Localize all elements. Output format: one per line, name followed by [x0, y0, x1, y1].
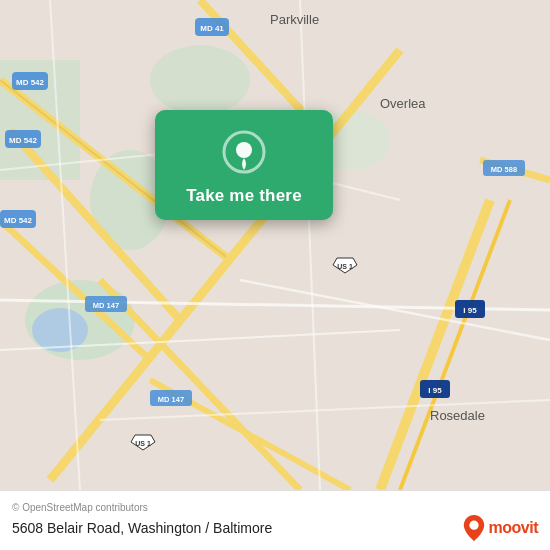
moovit-logo: moovit — [463, 515, 538, 541]
map-attribution: © OpenStreetMap contributors — [12, 502, 538, 513]
svg-point-57 — [469, 521, 478, 530]
map-container: MD 542 MD 542 MD 542 MD 41 US 1 US 1 US … — [0, 0, 550, 490]
svg-point-56 — [236, 142, 252, 158]
bottom-bar: © OpenStreetMap contributors 5608 Belair… — [0, 490, 550, 550]
svg-text:I 95: I 95 — [428, 386, 442, 395]
svg-text:US 1: US 1 — [337, 263, 353, 270]
moovit-pin-icon — [463, 515, 485, 541]
svg-text:MD 542: MD 542 — [16, 78, 45, 87]
svg-text:MD 588: MD 588 — [491, 165, 517, 174]
svg-text:MD 41: MD 41 — [200, 24, 224, 33]
svg-text:MD 542: MD 542 — [9, 136, 38, 145]
location-pin-icon — [220, 128, 268, 176]
svg-text:Parkville: Parkville — [270, 12, 319, 27]
popup-card[interactable]: Take me there — [155, 110, 333, 220]
svg-text:Rosedale: Rosedale — [430, 408, 485, 423]
svg-text:US 1: US 1 — [135, 440, 151, 447]
svg-point-4 — [150, 45, 250, 115]
svg-text:MD 147: MD 147 — [93, 301, 119, 310]
address-row: 5608 Belair Road, Washington / Baltimore… — [12, 515, 538, 541]
svg-text:I 95: I 95 — [463, 306, 477, 315]
svg-text:MD 147: MD 147 — [158, 395, 184, 404]
moovit-text: moovit — [489, 519, 538, 537]
svg-text:MD 542: MD 542 — [4, 216, 33, 225]
svg-text:Overlea: Overlea — [380, 96, 426, 111]
take-me-there-button[interactable]: Take me there — [186, 186, 302, 206]
address-label: 5608 Belair Road, Washington / Baltimore — [12, 520, 272, 536]
